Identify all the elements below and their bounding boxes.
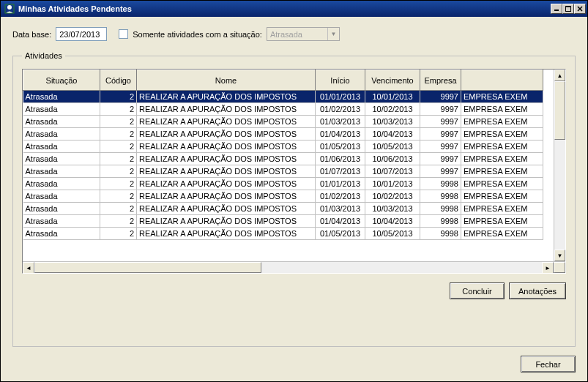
col-codigo[interactable]: Código [100, 70, 137, 91]
cell: Atrasada [23, 141, 100, 153]
cell: 2 [100, 178, 137, 190]
cell: 01/02/2013 [316, 103, 365, 116]
cell: EMPRESA EXEM [461, 128, 543, 141]
table-row[interactable]: Atrasada2REALIZAR A APURAÇÃO DOS IMPOSTO… [23, 128, 543, 141]
table-row[interactable]: Atrasada2REALIZAR A APURAÇÃO DOS IMPOSTO… [23, 215, 543, 228]
close-button[interactable] [574, 4, 586, 14]
cell: Atrasada [23, 228, 100, 240]
scroll-corner [554, 262, 565, 273]
cell: EMPRESA EXEM [461, 228, 543, 240]
filter-row: Data base: Somente atividades com a situ… [12, 27, 576, 41]
cell: 01/07/2013 [316, 165, 365, 178]
cell: 2 [100, 215, 137, 228]
cell: Atrasada [23, 190, 100, 203]
vertical-scrollbar[interactable]: ▲ ▼ [554, 70, 565, 261]
cell: EMPRESA EXEM [461, 165, 543, 178]
titlebar[interactable]: Minhas Atividades Pendentes [1, 1, 587, 17]
col-situacao[interactable]: Situação [23, 70, 100, 91]
table-row[interactable]: Atrasada2REALIZAR A APURAÇÃO DOS IMPOSTO… [23, 190, 543, 203]
cell: Atrasada [23, 165, 100, 178]
table-row[interactable]: Atrasada2REALIZAR A APURAÇÃO DOS IMPOSTO… [23, 165, 543, 178]
cell: 2 [100, 228, 137, 240]
col-empresa[interactable]: Empresa [420, 70, 461, 91]
cell: REALIZAR A APURAÇÃO DOS IMPOSTOS [137, 178, 316, 190]
cell: 10/05/2013 [365, 141, 420, 153]
data-base-label: Data base: [12, 30, 51, 39]
svg-point-0 [7, 5, 12, 10]
cell: 9998 [420, 203, 461, 215]
horizontal-scrollbar[interactable]: ◄ ► [23, 261, 565, 273]
cell: REALIZAR A APURAÇÃO DOS IMPOSTOS [137, 165, 316, 178]
cell: Atrasada [23, 178, 100, 190]
cell: 10/07/2013 [365, 165, 420, 178]
app-icon [4, 3, 15, 15]
cell: 10/01/2013 [365, 91, 420, 103]
cell: 2 [100, 128, 137, 141]
cell: 01/04/2013 [316, 128, 365, 141]
col-inicio[interactable]: Início [316, 70, 365, 91]
col-nome[interactable]: Nome [137, 70, 316, 91]
scroll-up-icon[interactable]: ▲ [554, 70, 565, 81]
table-row[interactable]: Atrasada2REALIZAR A APURAÇÃO DOS IMPOSTO… [23, 178, 543, 190]
cell: 2 [100, 116, 137, 128]
cell: 2 [100, 165, 137, 178]
concluir-button[interactable]: Concluir [450, 282, 505, 299]
cell: 01/01/2013 [316, 91, 365, 103]
cell: EMPRESA EXEM [461, 116, 543, 128]
cell: REALIZAR A APURAÇÃO DOS IMPOSTOS [137, 153, 316, 165]
cell: REALIZAR A APURAÇÃO DOS IMPOSTOS [137, 141, 316, 153]
grid: Situação Código Nome Início Vencimento E… [22, 69, 566, 274]
cell: 9998 [420, 215, 461, 228]
cell: 9997 [420, 116, 461, 128]
grid-header-row: Situação Código Nome Início Vencimento E… [23, 70, 543, 91]
cell: 10/03/2013 [365, 116, 420, 128]
scroll-left-icon[interactable]: ◄ [23, 262, 34, 274]
scroll-down-icon[interactable]: ▼ [554, 250, 565, 261]
cell: 9998 [420, 228, 461, 240]
cell: EMPRESA EXEM [461, 190, 543, 203]
cell: 2 [100, 190, 137, 203]
cell: REALIZAR A APURAÇÃO DOS IMPOSTOS [137, 103, 316, 116]
table-row[interactable]: Atrasada2REALIZAR A APURAÇÃO DOS IMPOSTO… [23, 116, 543, 128]
table-row[interactable]: Atrasada2REALIZAR A APURAÇÃO DOS IMPOSTO… [23, 141, 543, 153]
cell: 2 [100, 203, 137, 215]
data-base-input[interactable] [56, 27, 107, 41]
cell: 9997 [420, 91, 461, 103]
cell: 9997 [420, 165, 461, 178]
cell: EMPRESA EXEM [461, 215, 543, 228]
cell: EMPRESA EXEM [461, 141, 543, 153]
vscroll-thumb[interactable] [554, 81, 565, 140]
cell: 01/02/2013 [316, 190, 365, 203]
cell: 10/02/2013 [365, 103, 420, 116]
cell: 9997 [420, 103, 461, 116]
table-row[interactable]: Atrasada2REALIZAR A APURAÇÃO DOS IMPOSTO… [23, 203, 543, 215]
situacao-checkbox-label: Somente atividades com a situação: [133, 30, 262, 39]
col-empresa-desc[interactable] [461, 70, 543, 91]
cell: 01/05/2013 [316, 141, 365, 153]
cell: Atrasada [23, 91, 100, 103]
minimize-button[interactable] [551, 4, 562, 14]
hscroll-thumb[interactable] [34, 262, 261, 273]
table-row[interactable]: Atrasada2REALIZAR A APURAÇÃO DOS IMPOSTO… [23, 228, 543, 240]
table-row[interactable]: Atrasada2REALIZAR A APURAÇÃO DOS IMPOSTO… [23, 103, 543, 116]
cell: 01/03/2013 [316, 203, 365, 215]
anotacoes-button[interactable]: Anotações [509, 282, 566, 299]
cell: EMPRESA EXEM [461, 178, 543, 190]
cell: 10/01/2013 [365, 178, 420, 190]
cell: REALIZAR A APURAÇÃO DOS IMPOSTOS [137, 215, 316, 228]
table-row[interactable]: Atrasada2REALIZAR A APURAÇÃO DOS IMPOSTO… [23, 153, 543, 165]
situacao-checkbox[interactable] [119, 29, 128, 39]
fechar-button[interactable]: Fechar [521, 356, 576, 372]
cell: Atrasada [23, 116, 100, 128]
cell: Atrasada [23, 203, 100, 215]
cell: 2 [100, 141, 137, 153]
table-row[interactable]: Atrasada2REALIZAR A APURAÇÃO DOS IMPOSTO… [23, 91, 543, 103]
cell: 01/01/2013 [316, 178, 365, 190]
cell: 10/04/2013 [365, 215, 420, 228]
col-vencimento[interactable]: Vencimento [365, 70, 420, 91]
maximize-button[interactable] [562, 4, 574, 14]
scroll-right-icon[interactable]: ► [542, 262, 554, 274]
cell: REALIZAR A APURAÇÃO DOS IMPOSTOS [137, 116, 316, 128]
cell: 9998 [420, 178, 461, 190]
situacao-dropdown[interactable]: Atrasada ▼ [267, 27, 340, 41]
